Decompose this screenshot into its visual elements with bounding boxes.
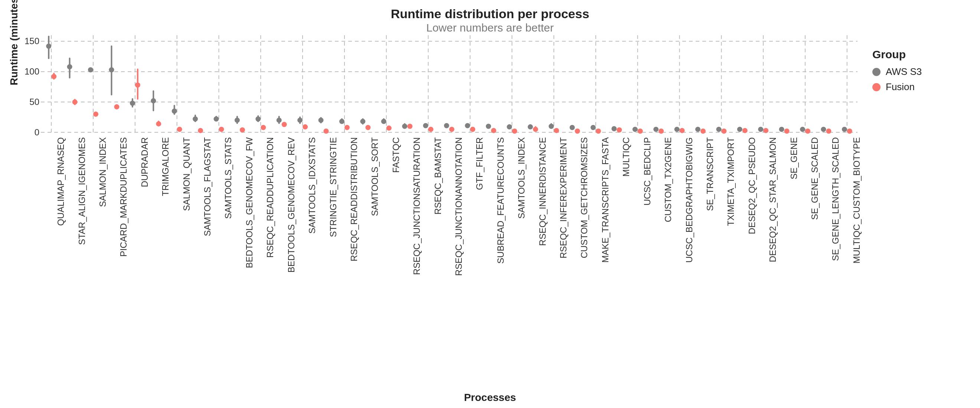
x-tick-label: STAR_ALIGN_IGENOMES [77,137,87,245]
x-tick-labels: QUALIMAP_RNASEQSTAR_ALIGN_IGENOMESSALMON… [41,137,858,367]
svg-point-173 [784,129,789,134]
runtime-distribution-chart: Runtime distribution per process Lower n… [0,0,980,408]
svg-point-115 [177,127,182,132]
svg-point-153 [574,129,580,134]
svg-point-127 [302,124,308,129]
svg-point-75 [570,125,574,130]
x-tick-label: CUSTOM_TX2GENE [663,137,673,222]
y-tick-label: 0 [17,127,39,138]
svg-point-129 [324,129,329,134]
svg-point-67 [486,124,491,129]
svg-point-37 [172,109,177,114]
x-tick-label: SALMON_INDEX [98,137,108,207]
svg-point-111 [135,83,140,87]
chart-subtitle: Lower numbers are better [0,22,980,34]
svg-point-91 [737,127,743,132]
legend: Group AWS S3 Fusion [872,48,954,97]
svg-point-95 [779,127,784,132]
svg-point-35 [151,98,156,103]
x-tick-label: GTF_FILTER [474,137,485,190]
svg-point-53 [339,119,345,124]
svg-point-85 [675,127,680,132]
svg-point-31 [109,67,114,72]
svg-point-63 [444,123,449,129]
circle-icon [872,68,880,76]
svg-point-47 [277,117,282,123]
svg-point-97 [800,127,805,132]
svg-point-87 [695,127,700,132]
svg-point-99 [821,127,826,132]
x-tick-label: RSEQC_READDUPLICATION [265,137,275,258]
chart-title: Runtime distribution per process [0,7,980,21]
x-tick-label: PICARD_MARKDUPLICATES [118,137,129,257]
circle-icon [872,83,880,91]
svg-point-159 [638,129,643,134]
x-tick-label: RSEQC_INNERDISTANCE [538,137,548,246]
svg-point-57 [381,119,387,124]
x-tick-label: SUBREAD_FEATURECOUNTS [496,137,506,264]
svg-point-123 [261,125,266,130]
plot-area: 050100150 [41,35,858,135]
x-tick-label: UCSC_BEDCLIP [642,137,652,205]
svg-point-49 [298,117,302,123]
x-tick-label: CUSTOM_GETCHROMSIZES [579,137,590,258]
svg-point-137 [407,124,412,129]
x-tick-label: SE_GENE [789,137,799,179]
x-tick-label: RSEQC_JUNCTIONANNOTATION [453,137,464,276]
y-tick-label: 50 [17,97,39,107]
svg-point-157 [617,127,622,132]
svg-point-27 [67,64,72,69]
x-tick-label: MULTIQC [621,137,632,176]
x-tick-label: DESEQ2_QC_STAR_SALMON [768,137,778,262]
svg-point-175 [805,129,810,134]
x-tick-label: MAKE_TRANSCRIPTS_FASTA [600,137,611,263]
x-tick-label: BEDTOOLS_GENOMECOV_FW [244,137,255,268]
svg-point-171 [763,128,768,133]
y-tick-label: 150 [17,36,39,46]
svg-point-89 [716,127,721,132]
svg-point-151 [554,128,559,133]
svg-point-105 [72,99,78,105]
svg-point-71 [528,124,533,129]
svg-point-163 [680,128,685,133]
svg-point-135 [387,125,391,130]
svg-point-107 [93,112,99,117]
svg-point-59 [402,124,407,129]
svg-point-131 [345,125,350,130]
svg-point-177 [826,129,831,134]
svg-point-113 [156,121,161,127]
x-tick-label: MULTIQC_CUSTOM_BIOTYPE [851,137,862,264]
x-tick-label: RSEQC_INFEREXPERIMENT [558,137,569,259]
svg-point-165 [700,129,706,134]
svg-point-61 [423,123,428,129]
svg-point-79 [611,126,617,131]
x-tick-label: SAMTOOLS_IDXSTATS [307,137,317,234]
svg-point-73 [549,124,554,129]
x-tick-label: RSEQC_BAMSTAT [433,137,443,214]
x-tick-label: SE_GENE_LENGTH_SCALED [830,137,841,261]
x-tick-label: SE_GENE_SCALED [810,137,820,220]
svg-point-39 [192,116,198,122]
legend-title: Group [872,48,954,61]
legend-item-fusion: Fusion [872,81,954,93]
svg-point-41 [213,116,219,122]
svg-point-55 [360,119,365,124]
legend-label: Fusion [886,81,915,93]
svg-point-169 [743,128,748,133]
x-tick-label: BEDTOOLS_GENOMECOV_REV [286,137,297,273]
x-tick-label: DUPRADAR [140,137,150,187]
svg-point-125 [282,122,287,127]
svg-point-167 [721,129,727,134]
svg-point-51 [318,117,324,123]
svg-point-119 [219,127,224,132]
svg-point-101 [842,127,847,132]
svg-point-43 [235,117,240,123]
svg-point-109 [114,104,119,110]
svg-point-103 [51,74,56,79]
svg-point-25 [46,43,51,49]
svg-point-143 [470,127,475,132]
x-tick-label: QUALIMAP_RNASEQ [56,137,66,226]
x-tick-label: SAMTOOLS_SORT [370,137,380,216]
x-tick-label: DESEQ2_QC_PSEUDO [747,137,757,234]
svg-point-29 [88,67,93,72]
